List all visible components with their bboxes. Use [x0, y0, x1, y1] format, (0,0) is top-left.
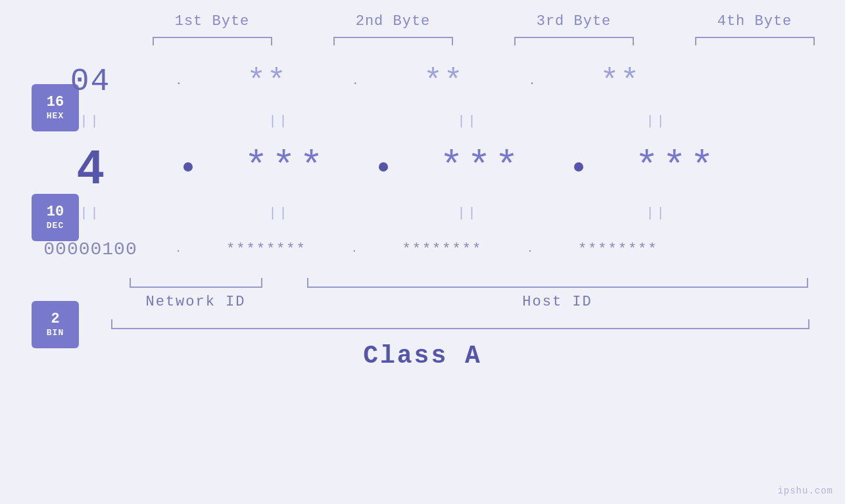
bin-value-4: ******** [578, 241, 658, 258]
bracket-svg-4 [689, 35, 821, 47]
main-container: 16 HEX 10 DEC 2 BIN 1st Byte 2nd Byte 3r… [0, 0, 845, 504]
outer-bracket-svg [105, 317, 815, 331]
equals-sym-1: || [80, 114, 101, 129]
bin-cell-3: ******** [352, 241, 533, 258]
host-bracket-container [286, 275, 829, 290]
dec-dot-2 [379, 162, 388, 172]
bracket-4 [664, 35, 845, 47]
dec-cell-1: 4 [0, 140, 181, 194]
dec-row: 4 *** *** *** [0, 131, 845, 203]
equals-cell-1: || [0, 114, 181, 129]
hex-cell-3: ** [353, 64, 534, 99]
watermark: ipshu.com [777, 486, 833, 496]
hex-row: 04 . ** . ** . ** [0, 52, 845, 111]
equals-sym-3: || [457, 114, 478, 129]
dec-value-3: *** [439, 145, 522, 189]
bin-cell-2: ******** [176, 241, 356, 258]
label-row: Network ID Host ID [105, 290, 845, 310]
equals-cell-2: || [189, 114, 370, 129]
equals-sym-7: || [457, 206, 478, 221]
equals-cell-4: || [566, 114, 747, 129]
equals-cell-3: || [377, 114, 558, 129]
equals-row-1: || || || || [0, 111, 845, 131]
dec-cell-3: *** [391, 145, 571, 189]
dec-value-4: *** [635, 145, 717, 189]
hex-value-1: 04 [70, 64, 111, 99]
dec-cell-4: *** [586, 145, 767, 189]
host-bracket-svg [301, 275, 814, 290]
equals-sym-6: || [268, 206, 289, 221]
network-id-label: Network ID [105, 294, 286, 310]
equals-row-2: || || || || [0, 203, 845, 223]
equals-sym-8: || [646, 206, 667, 221]
hex-cell-4: ** [530, 64, 711, 99]
byte-labels-row: 1st Byte 2nd Byte 3rd Byte 4th Byte [0, 0, 845, 30]
hex-cell-1: 04 [0, 64, 181, 99]
equals-cell-6: || [189, 206, 370, 221]
byte-label-2: 2nd Byte [302, 13, 483, 30]
dec-dot-1 [183, 162, 193, 172]
equals-sym-4: || [646, 114, 667, 129]
byte-label-4: 4th Byte [664, 13, 845, 30]
equals-sym-2: || [268, 114, 289, 129]
bin-cell-4: ******** [527, 241, 708, 258]
dec-cell-2: *** [195, 145, 376, 189]
hex-value-3: ** [423, 64, 464, 99]
host-id-label: Host ID [286, 294, 829, 310]
class-label: Class A [0, 342, 845, 370]
bin-value-2: ******** [226, 241, 306, 258]
dec-value-1: 4 [77, 140, 103, 194]
hex-value-2: ** [247, 64, 287, 99]
bracket-3 [483, 35, 664, 47]
equals-cell-8: || [566, 206, 747, 221]
dec-value-2: *** [244, 145, 327, 189]
bin-cell-1: 00000100 [0, 239, 181, 260]
bottom-brackets [105, 275, 845, 290]
byte-label-3: 3rd Byte [483, 13, 664, 30]
hex-value-4: ** [600, 64, 641, 99]
top-brackets-row [0, 35, 845, 47]
dec-dot-3 [574, 162, 583, 172]
equals-cell-5: || [0, 206, 181, 221]
network-bracket-svg [124, 275, 268, 290]
byte-label-1: 1st Byte [122, 13, 302, 30]
bracket-svg-3 [508, 35, 640, 47]
bracket-svg-2 [327, 35, 459, 47]
equals-cell-7: || [377, 206, 558, 221]
hex-cell-2: ** [177, 64, 358, 99]
bracket-1 [122, 35, 302, 47]
bracket-2 [302, 35, 483, 47]
bracket-svg-1 [147, 35, 278, 47]
equals-sym-5: || [80, 206, 101, 221]
outer-bracket-row [105, 317, 845, 331]
network-bracket-container [105, 275, 286, 290]
bin-value-3: ******** [402, 241, 483, 258]
bin-row: 00000100 . ******** . ******** . *******… [0, 223, 845, 275]
bottom-section: Network ID Host ID [0, 275, 845, 331]
bin-value-1: 00000100 [43, 239, 137, 260]
